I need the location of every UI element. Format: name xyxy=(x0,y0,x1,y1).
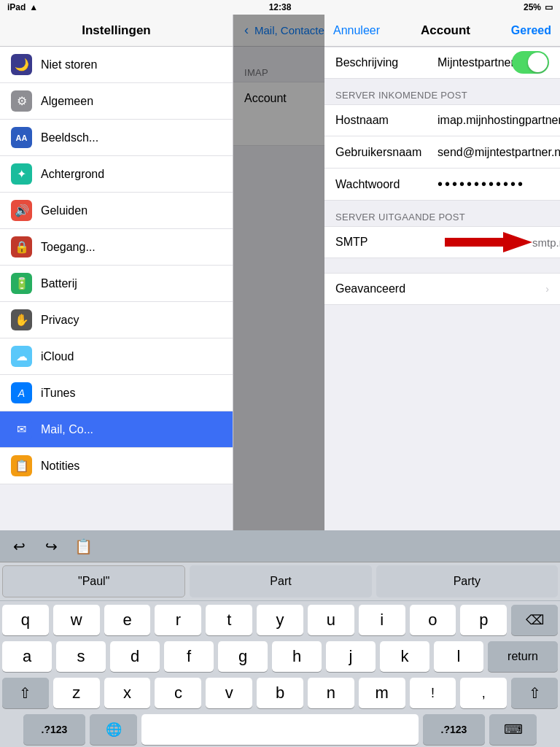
done-button[interactable]: Gereed xyxy=(511,24,551,37)
modal-toggle[interactable] xyxy=(512,51,549,74)
key-r[interactable]: r xyxy=(155,605,201,635)
advanced-chevron-icon: › xyxy=(545,283,549,295)
key-comma[interactable]: , xyxy=(460,678,507,708)
key-f[interactable]: f xyxy=(164,641,214,672)
hostnaam-value: imap.mijnhostingpartner.nl xyxy=(438,114,560,127)
achtergrond-icon: ✦ xyxy=(11,163,32,185)
keyboard: ↩ ↪ 📋 "Paul" Part Party q w e r t y u i … xyxy=(0,530,560,747)
space-button[interactable] xyxy=(141,714,419,745)
carrier-label: iPad xyxy=(7,2,26,12)
smtp-arrow-icon xyxy=(445,228,532,257)
key-p[interactable]: p xyxy=(460,605,507,635)
smtp-label: SMTP xyxy=(335,236,438,249)
beeldscherm-label: Beeldsch... xyxy=(41,131,98,144)
modal-toggle-area xyxy=(512,51,549,74)
beeldscherm-icon: AA xyxy=(11,127,32,148)
redo-button[interactable]: ↪ xyxy=(38,533,64,560)
geluiden-icon: 🔊 xyxy=(11,200,32,221)
key-row-4: .?123 🌐 .?123 ⌨ xyxy=(2,714,558,745)
key-a[interactable]: a xyxy=(2,641,52,672)
key-c[interactable]: c xyxy=(155,678,201,708)
shift-right-button[interactable]: ⇧ xyxy=(511,678,558,708)
wachtwoord-row[interactable]: Wachtwoord •••••••••••• xyxy=(324,169,560,201)
toegangscode-label: Toegang... xyxy=(41,241,96,254)
incoming-section-label: SERVER INKOMENDE POST xyxy=(324,79,560,104)
outgoing-section-label: SERVER UITGAANDE POST xyxy=(324,201,560,226)
modal-toggle-knob xyxy=(528,53,548,72)
modal-header: Annuleer Account Gereed xyxy=(324,15,560,47)
icloud-label: iCloud xyxy=(41,350,74,363)
algemeen-label: Algemeen xyxy=(41,95,93,108)
key-j[interactable]: j xyxy=(326,641,376,672)
sidebar-item-geluiden[interactable]: 🔊 Geluiden xyxy=(0,193,233,229)
sidebar-item-icloud[interactable]: ☁ iCloud xyxy=(0,338,233,375)
undo-button[interactable]: ↩ xyxy=(6,533,32,560)
svg-marker-0 xyxy=(445,232,532,252)
suggestion-part[interactable]: Part xyxy=(190,565,371,597)
paste-button[interactable]: 📋 xyxy=(70,533,96,560)
globe-button[interactable]: 🌐 xyxy=(90,714,137,745)
description-label: Beschrijving xyxy=(335,56,438,69)
sidebar-item-itunes[interactable]: A iTunes xyxy=(0,375,233,411)
keyboard-hide-button[interactable]: ⌨ xyxy=(489,714,537,745)
key-e[interactable]: e xyxy=(104,605,151,635)
shift-button[interactable]: ⇧ xyxy=(2,678,49,708)
sidebar-item-algemeen[interactable]: ⚙ Algemeen xyxy=(0,83,233,120)
itunes-label: iTunes xyxy=(41,387,75,400)
key-s[interactable]: s xyxy=(56,641,106,672)
spacer xyxy=(324,258,560,273)
return-button[interactable]: return xyxy=(488,641,558,672)
sidebar-item-privacy[interactable]: ✋ Privacy xyxy=(0,302,233,338)
key-h[interactable]: h xyxy=(272,641,322,672)
notities-icon: 📋 xyxy=(11,455,32,476)
sidebar-item-niet-storen[interactable]: 🌙 Niet storen xyxy=(0,47,233,83)
gebruikersnaam-label: Gebruikersnaam xyxy=(335,146,438,159)
key-x[interactable]: x xyxy=(104,678,151,708)
smtp-row[interactable]: SMTP smtp.mijnhostingpartner.nl › xyxy=(324,226,560,258)
hostnaam-row[interactable]: Hostnaam imap.mijnhostingpartner.nl xyxy=(324,104,560,136)
smtp-value: smtp.mijnhostingpartner.nl xyxy=(532,236,560,249)
wachtwoord-label: Wachtwoord xyxy=(335,178,438,191)
key-y[interactable]: y xyxy=(257,605,303,635)
key-b[interactable]: b xyxy=(257,678,303,708)
key-z[interactable]: z xyxy=(53,678,100,708)
sidebar-item-notities[interactable]: 📋 Notities xyxy=(0,448,233,484)
suggestion-paul[interactable]: "Paul" xyxy=(2,565,185,597)
key-exclamation[interactable]: ! xyxy=(410,678,456,708)
niet-storen-label: Niet storen xyxy=(41,58,97,71)
backspace-button[interactable]: ⌫ xyxy=(511,605,558,635)
sidebar-item-beeldscherm[interactable]: AA Beeldsch... xyxy=(0,120,233,156)
cancel-button[interactable]: Annuleer xyxy=(333,24,380,37)
key-w[interactable]: w xyxy=(53,605,100,635)
keyboard-toolbar: ↩ ↪ 📋 xyxy=(0,530,560,562)
key-g[interactable]: g xyxy=(218,641,268,672)
sidebar-item-batterij[interactable]: 🔋 Batterij xyxy=(0,266,233,302)
key-row-3: ⇧ z x c v b n m ! , ⇧ xyxy=(2,678,558,708)
wachtwoord-value: •••••••••••• xyxy=(438,176,525,193)
key-o[interactable]: o xyxy=(410,605,456,635)
advanced-row[interactable]: Geavanceerd › xyxy=(324,273,560,305)
numbers-right-button[interactable]: .?123 xyxy=(423,714,485,745)
key-u[interactable]: u xyxy=(308,605,354,635)
key-v[interactable]: v xyxy=(206,678,252,708)
sidebar-item-mail[interactable]: ✉ Mail, Co... xyxy=(0,411,233,448)
suggestion-bar: "Paul" Part Party xyxy=(0,562,560,601)
numbers-button[interactable]: .?123 xyxy=(23,714,85,745)
key-l[interactable]: l xyxy=(434,641,483,672)
key-k[interactable]: k xyxy=(380,641,429,672)
status-time: 12:38 xyxy=(269,2,292,12)
key-i[interactable]: i xyxy=(359,605,405,635)
key-n[interactable]: n xyxy=(308,678,354,708)
geluiden-label: Geluiden xyxy=(41,204,88,217)
smtp-arrow-container xyxy=(438,228,532,257)
key-m[interactable]: m xyxy=(359,678,405,708)
sidebar-title: Instellingen xyxy=(82,23,150,38)
key-d[interactable]: d xyxy=(110,641,160,672)
privacy-label: Privacy xyxy=(41,314,79,327)
suggestion-party[interactable]: Party xyxy=(376,565,558,597)
gebruikersnaam-row[interactable]: Gebruikersnaam send@mijntestpartner.nl xyxy=(324,136,560,169)
key-t[interactable]: t xyxy=(206,605,252,635)
key-q[interactable]: q xyxy=(2,605,49,635)
sidebar-item-achtergrond[interactable]: ✦ Achtergrond xyxy=(0,156,233,193)
sidebar-item-toegangscode[interactable]: 🔒 Toegang... xyxy=(0,229,233,266)
